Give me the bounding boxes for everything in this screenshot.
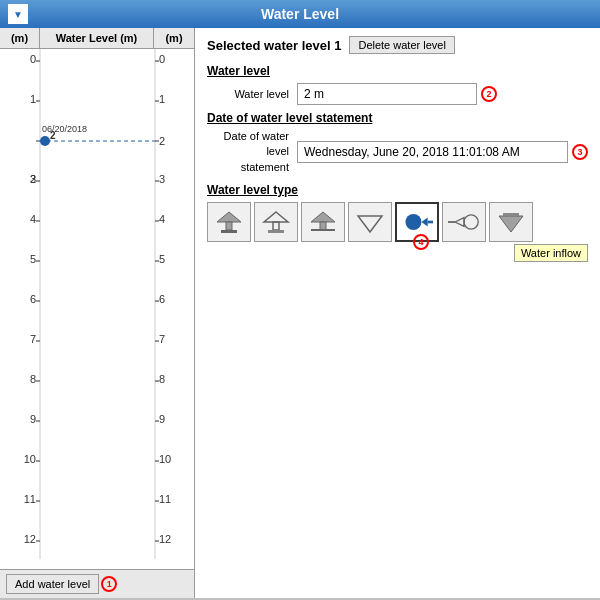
col-header-wl: Water Level (m) xyxy=(40,28,154,48)
svg-rect-75 xyxy=(503,213,519,216)
svg-rect-60 xyxy=(221,230,237,233)
water-level-label: Water level xyxy=(207,88,297,100)
svg-text:8: 8 xyxy=(159,373,165,385)
svg-text:8: 8 xyxy=(30,373,36,385)
wlt-icon-btn-4[interactable] xyxy=(348,202,392,242)
badge-2: 2 xyxy=(481,86,497,102)
wlt-icon-btn-2[interactable] xyxy=(254,202,298,242)
svg-rect-65 xyxy=(320,222,326,230)
svg-rect-63 xyxy=(268,230,284,233)
svg-text:3: 3 xyxy=(159,173,165,185)
selected-title: Selected water level 1 xyxy=(207,38,341,53)
svg-text:10: 10 xyxy=(24,453,36,465)
bottom-bar: Add water level 1 xyxy=(0,569,194,598)
water-level-row: Water level 2 xyxy=(207,83,588,105)
svg-text:9: 9 xyxy=(30,413,36,425)
svg-text:11: 11 xyxy=(159,493,171,505)
wlt-icon-btn-1[interactable] xyxy=(207,202,251,242)
date-row: Date of water level statement 3 xyxy=(207,129,588,175)
svg-text:5: 5 xyxy=(159,253,165,265)
app-icon: ▼ xyxy=(8,4,28,24)
svg-point-12 xyxy=(40,136,50,146)
svg-marker-61 xyxy=(264,212,288,222)
badge-4: 4 xyxy=(413,234,429,250)
svg-point-73 xyxy=(464,215,478,229)
water-level-section-title: Water level xyxy=(207,64,588,78)
svg-text:6: 6 xyxy=(30,293,36,305)
svg-text:5: 5 xyxy=(30,253,36,265)
svg-marker-69 xyxy=(421,218,427,227)
svg-text:2: 2 xyxy=(159,135,165,147)
svg-text:12: 12 xyxy=(24,533,36,545)
svg-text:1: 1 xyxy=(159,93,165,105)
wlt-icons-row: 4 Water inf xyxy=(207,202,588,242)
col-header-m-left: (m) xyxy=(0,28,40,48)
svg-text:7: 7 xyxy=(159,333,165,345)
svg-marker-64 xyxy=(311,212,335,222)
svg-text:9: 9 xyxy=(159,413,165,425)
svg-text:11: 11 xyxy=(24,493,36,505)
date-input[interactable] xyxy=(297,141,568,163)
wlt-icon-btn-3[interactable] xyxy=(301,202,345,242)
water-level-type-section: Water level type xyxy=(207,183,588,242)
selected-header: Selected water level 1 Delete water leve… xyxy=(207,36,588,54)
add-water-level-button[interactable]: Add water level xyxy=(6,574,99,594)
wlt-icon-btn-5[interactable]: 4 xyxy=(395,202,439,242)
svg-rect-62 xyxy=(273,222,279,230)
col-header-m-right: (m) xyxy=(154,28,194,48)
svg-point-68 xyxy=(405,214,421,230)
svg-text:0: 0 xyxy=(30,53,36,65)
app-title: Water Level xyxy=(261,6,339,22)
svg-text:7: 7 xyxy=(30,333,36,345)
svg-text:12: 12 xyxy=(159,533,171,545)
delete-water-level-button[interactable]: Delete water level xyxy=(349,36,454,54)
wlt-tooltip: Water inflow xyxy=(514,244,588,262)
svg-text:0: 0 xyxy=(159,53,165,65)
gauge-body: 0 0 1 1 06/20/2018 2 2 2 xyxy=(0,49,194,569)
gauge-header: (m) Water Level (m) (m) xyxy=(0,28,194,49)
svg-text:4: 4 xyxy=(159,213,165,225)
svg-text:1: 1 xyxy=(30,93,36,105)
svg-marker-74 xyxy=(499,216,523,232)
title-bar: ▼ Water Level xyxy=(0,0,600,28)
gauge-svg: 0 0 1 1 06/20/2018 2 2 2 xyxy=(0,49,194,559)
water-level-input[interactable] xyxy=(297,83,477,105)
gauge-panel: (m) Water Level (m) (m) 0 0 1 1 xyxy=(0,28,195,598)
date-label: Date of water level statement xyxy=(207,129,297,175)
svg-marker-72 xyxy=(455,218,464,227)
water-level-section: Water level Water level 2 xyxy=(207,64,588,105)
svg-text:10: 10 xyxy=(159,453,171,465)
wlt-icon-btn-7[interactable] xyxy=(489,202,533,242)
svg-marker-58 xyxy=(217,212,241,222)
svg-text:06/20/2018: 06/20/2018 xyxy=(42,124,87,134)
svg-rect-59 xyxy=(226,222,232,230)
badge-3: 3 xyxy=(572,144,588,160)
wlt-icon-btn-6[interactable] xyxy=(442,202,486,242)
date-section-title: Date of water level statement xyxy=(207,111,588,125)
wlt-title: Water level type xyxy=(207,183,588,197)
badge-1: 1 xyxy=(101,576,117,592)
right-panel: Selected water level 1 Delete water leve… xyxy=(195,28,600,598)
svg-text:3: 3 xyxy=(30,173,36,185)
svg-text:4: 4 xyxy=(30,213,36,225)
date-section: Date of water level statement Date of wa… xyxy=(207,111,588,175)
svg-marker-67 xyxy=(358,216,382,232)
svg-text:2: 2 xyxy=(50,130,56,141)
svg-text:6: 6 xyxy=(159,293,165,305)
